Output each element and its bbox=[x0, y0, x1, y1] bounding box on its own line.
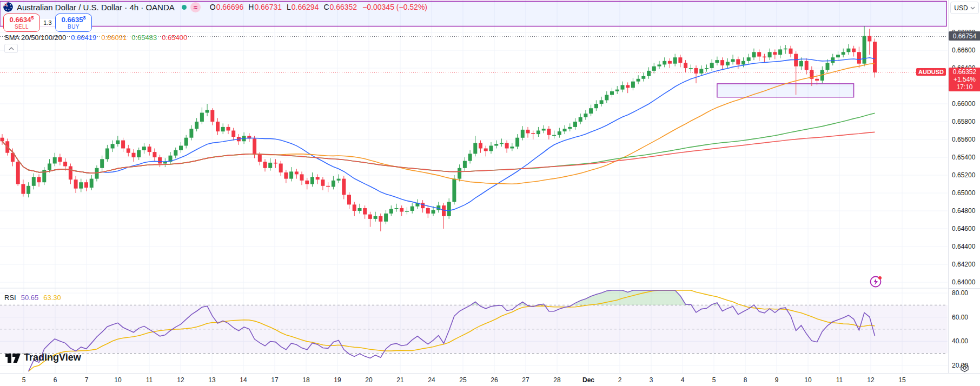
sma-legend-label: SMA 20/50/100/200 bbox=[4, 34, 66, 42]
price-axis-label: 0.64200 bbox=[952, 261, 975, 268]
time-axis-label: 5 bbox=[712, 376, 716, 384]
time-axis-label: 18 bbox=[302, 376, 309, 384]
rsi-ma-value: 63.30 bbox=[43, 294, 61, 302]
approx-price-icon: ≈ bbox=[190, 2, 201, 12]
tradingview-logo[interactable]: TradingView bbox=[5, 351, 81, 363]
time-axis-label: 7 bbox=[85, 376, 89, 384]
time-axis-label: 17 bbox=[271, 376, 278, 384]
time-axis-label: 3 bbox=[650, 376, 653, 384]
time-axis-label: 26 bbox=[491, 376, 498, 384]
sma-legend[interactable]: SMA 20/50/100/200 0.66419 0.66091 0.6548… bbox=[4, 34, 187, 42]
time-axis-label: 10 bbox=[804, 376, 811, 384]
time-axis-label: 21 bbox=[396, 376, 403, 384]
price-axis-label: 0.64000 bbox=[952, 278, 975, 286]
price-axis-label: 0.65800 bbox=[952, 118, 975, 125]
tradingview-mark-icon bbox=[5, 351, 21, 363]
time-axis-label: 8 bbox=[744, 376, 747, 384]
symbol-header: Australian Dollar / U.S. Dollar · 4h · O… bbox=[3, 2, 427, 12]
time-axis-label: 25 bbox=[459, 376, 466, 384]
last-price: 0.66352 bbox=[949, 68, 980, 76]
change-value: −0.00345 (−0.52%) bbox=[362, 3, 427, 11]
time-axis-label: Dec bbox=[582, 376, 594, 384]
pane-separator bbox=[949, 288, 980, 289]
low-value: 0.66294 bbox=[292, 3, 319, 11]
ohlc-readout: O0.66696 H0.66731 L0.66294 C0.66352 −0.0… bbox=[210, 3, 427, 11]
buy-button[interactable]: 0.66358 BUY bbox=[55, 14, 92, 32]
price-axis-label: 0.65400 bbox=[952, 154, 975, 161]
time-axis-label: 27 bbox=[522, 376, 529, 384]
time-axis-label: 28 bbox=[553, 376, 560, 384]
main-chart[interactable] bbox=[0, 0, 948, 373]
chevron-up-icon bbox=[9, 47, 14, 50]
chevron-down-icon bbox=[970, 6, 975, 10]
price-axis-label: 0.65200 bbox=[952, 171, 975, 179]
time-axis-label: 5 bbox=[22, 376, 26, 384]
price-axis-label: 0.64400 bbox=[952, 243, 975, 250]
market-open-dot-icon bbox=[182, 5, 187, 10]
collapse-legend-button[interactable] bbox=[4, 44, 18, 53]
rsi-axis-label: 80.00 bbox=[952, 289, 968, 297]
time-axis[interactable]: 567101112131417181920212425262728Dec2345… bbox=[0, 373, 980, 386]
rsi-legend-label: RSI bbox=[4, 294, 16, 302]
lightning-icon[interactable] bbox=[869, 274, 884, 289]
time-axis-label: 24 bbox=[428, 376, 435, 384]
price-axis-label: 0.66000 bbox=[952, 100, 975, 108]
tradingview-chart-window: Australian Dollar / U.S. Dollar · 4h · O… bbox=[0, 0, 980, 386]
time-axis-label: 19 bbox=[334, 376, 341, 384]
time-axis-label: 9 bbox=[775, 376, 779, 384]
sma20-value: 0.66419 bbox=[71, 34, 96, 42]
rsi-value: 50.65 bbox=[21, 294, 39, 302]
symbol-price-tag: AUDUSD bbox=[916, 68, 946, 76]
open-value: 0.66696 bbox=[216, 3, 244, 11]
last-change: +1.54% bbox=[949, 76, 980, 83]
price-axis[interactable]: USD 0.668000.666000.664000.662000.660000… bbox=[948, 0, 980, 373]
time-axis-label: 2 bbox=[618, 376, 622, 384]
time-axis-label: 11 bbox=[836, 376, 843, 384]
australia-flag-icon bbox=[3, 2, 13, 12]
price-axis-label: 0.64600 bbox=[952, 225, 975, 232]
time-axis-label: 10 bbox=[114, 376, 121, 384]
rsi-axis-label: 60.00 bbox=[952, 314, 968, 321]
high-price-badge: 0.66754 bbox=[949, 31, 980, 41]
sma50-value: 0.66091 bbox=[101, 34, 127, 42]
time-axis-label: 14 bbox=[240, 376, 247, 384]
time-axis-label: 15 bbox=[898, 376, 905, 384]
high-value: 0.66731 bbox=[254, 3, 282, 11]
sma100-value: 0.65483 bbox=[131, 34, 157, 42]
bar-countdown: 17:10 bbox=[949, 83, 980, 91]
time-axis-label: 4 bbox=[681, 376, 685, 384]
price-axis-label: 0.64800 bbox=[952, 207, 975, 215]
close-value: 0.66352 bbox=[330, 3, 357, 11]
rsi-axis-label: 40.00 bbox=[952, 337, 968, 345]
time-axis-label: 11 bbox=[146, 376, 153, 384]
time-axis-label: 13 bbox=[208, 376, 215, 384]
time-axis-label: 12 bbox=[177, 376, 184, 384]
price-axis-label: 0.66600 bbox=[952, 46, 975, 54]
trade-panel: 0.66345 SELL 1.3 0.66358 BUY bbox=[3, 14, 92, 32]
symbol-title[interactable]: Australian Dollar / U.S. Dollar · 4h · O… bbox=[17, 3, 175, 12]
sma200-value: 0.65400 bbox=[162, 34, 187, 42]
time-axis-label: 20 bbox=[365, 376, 372, 384]
time-axis-label: 12 bbox=[867, 376, 874, 384]
price-axis-label: 0.65000 bbox=[952, 189, 975, 197]
price-axis-label: 0.65600 bbox=[952, 136, 975, 143]
rsi-legend[interactable]: RSI 50.65 63.30 bbox=[4, 294, 61, 302]
spread-value: 1.3 bbox=[40, 19, 55, 26]
currency-selector[interactable]: USD bbox=[950, 2, 979, 14]
sell-button[interactable]: 0.66345 SELL bbox=[3, 14, 40, 32]
time-axis-label: 6 bbox=[54, 376, 57, 384]
last-price-badge: 0.66352 +1.54% 17:10 bbox=[949, 68, 980, 91]
